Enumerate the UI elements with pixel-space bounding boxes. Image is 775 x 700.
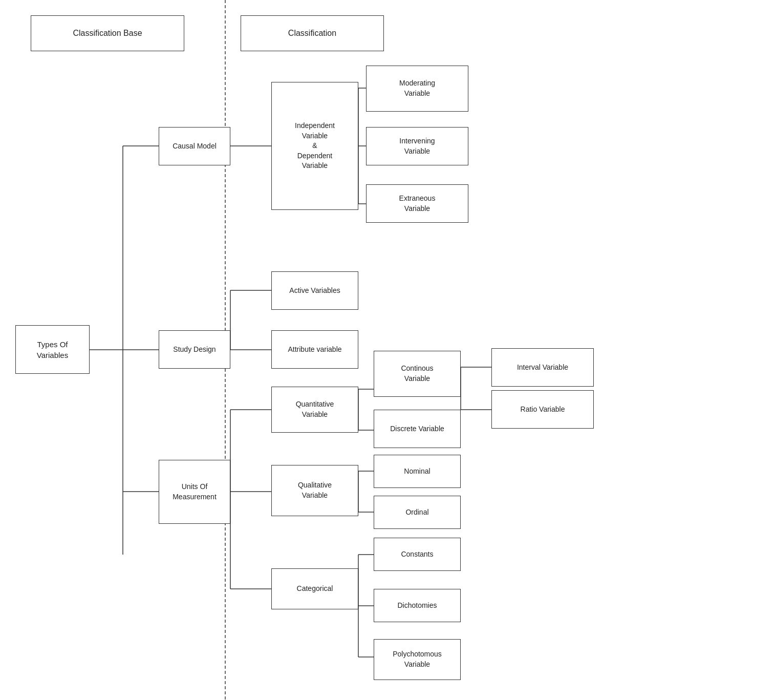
- diagram: Classification Base Classification Types…: [0, 0, 775, 700]
- ratio-variable: Ratio Variable: [491, 390, 594, 429]
- study-design: Study Design: [159, 330, 230, 369]
- extraneous-variable: Extraneous Variable: [366, 184, 468, 223]
- interval-variable: Interval Variable: [491, 348, 594, 387]
- ordinal: Ordinal: [374, 496, 461, 529]
- quantitative-variable: Quantitative Variable: [271, 387, 358, 433]
- independent-variable: Independent Variable & Dependent Variabl…: [271, 82, 358, 210]
- attribute-variable: Attribute variable: [271, 330, 358, 369]
- nominal: Nominal: [374, 455, 461, 488]
- active-variables: Active Variables: [271, 271, 358, 310]
- moderating-variable: Moderating Variable: [366, 66, 468, 112]
- categorical: Categorical: [271, 568, 358, 609]
- header-classification-base: Classification Base: [31, 15, 184, 51]
- polychotomous-variable: Polychotomous Variable: [374, 639, 461, 680]
- intervening-variable: Intervening Variable: [366, 127, 468, 165]
- qualitative-variable: Qualitative Variable: [271, 465, 358, 516]
- continous-variable: Continous Variable: [374, 351, 461, 397]
- discrete-variable: Discrete Variable: [374, 410, 461, 448]
- units-of-measurement: Units Of Measurement: [159, 460, 230, 524]
- constants: Constants: [374, 538, 461, 571]
- dichotomies: Dichotomies: [374, 589, 461, 622]
- types-of-variables: Types Of Variables: [15, 325, 90, 374]
- causal-model: Causal Model: [159, 127, 230, 165]
- header-classification: Classification: [241, 15, 384, 51]
